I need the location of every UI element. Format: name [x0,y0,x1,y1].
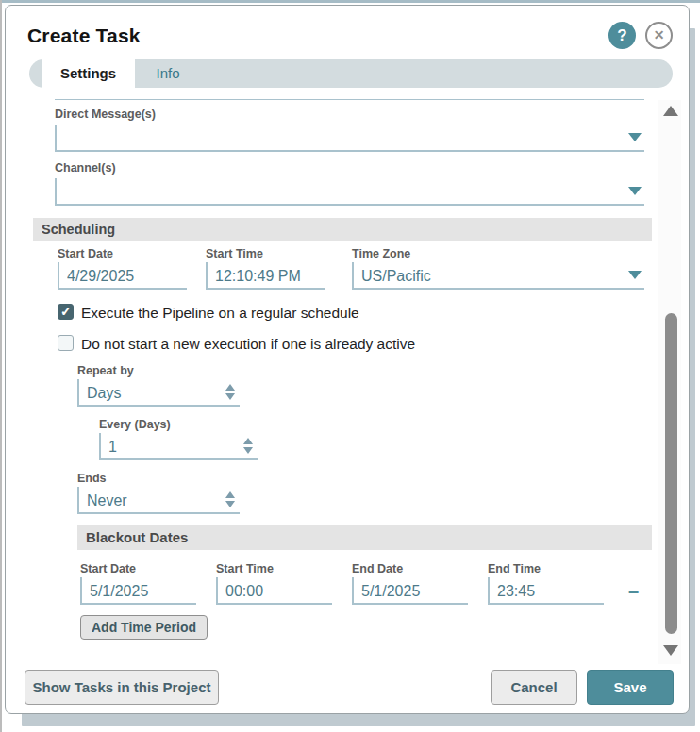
repeat-by-select[interactable] [77,379,240,407]
time-zone-select[interactable] [352,262,644,290]
page-left-edge [0,0,2,732]
cancel-button[interactable]: Cancel [491,670,577,705]
start-date-label: Start Date [58,247,113,260]
help-icon[interactable]: ? [608,22,636,49]
spinner-down-icon[interactable] [243,447,253,454]
add-time-period-button[interactable]: Add Time Period [80,615,208,640]
channels-dropdown-arrow-icon[interactable] [628,187,642,195]
dialog-title: Create Task [27,25,141,47]
spinner-up-icon[interactable] [225,384,235,391]
blackout-end-time-input[interactable] [488,577,604,605]
blackout-start-date-input[interactable] [80,577,196,605]
start-time-input[interactable] [206,262,325,290]
create-task-dialog: Create Task ? ✕ Settings Info Direct Mes… [5,5,690,714]
close-icon[interactable]: ✕ [645,22,673,49]
scrollbar-down-icon[interactable] [663,645,678,656]
tab-settings[interactable]: Settings [42,59,135,88]
ends-spinner[interactable] [225,491,236,507]
direct-messages-dropdown-arrow-icon[interactable] [628,133,642,141]
execute-schedule-checkbox[interactable] [58,304,74,320]
blackout-start-time-label: Start Time [216,562,274,575]
time-zone-dropdown-arrow-icon[interactable] [628,271,642,279]
start-time-label: Start Time [206,247,263,260]
scroll-divider [55,99,644,100]
remove-time-period-icon[interactable]: – [628,581,639,600]
save-button[interactable]: Save [587,670,674,705]
spinner-up-icon[interactable] [225,491,235,498]
page-top-edge [0,0,700,3]
no-concurrent-checkbox[interactable] [58,335,74,351]
scrollbar-thumb[interactable] [665,313,677,634]
repeat-by-label: Repeat by [77,364,134,377]
blackout-end-date-input[interactable] [352,577,468,605]
channels-select[interactable] [55,178,644,206]
repeat-by-spinner[interactable] [225,384,236,400]
blackout-start-date-label: Start Date [80,562,136,575]
scheduling-section-header: Scheduling [33,218,652,241]
every-days-input[interactable] [99,433,258,460]
no-concurrent-label: Do not start a new execution if one is a… [81,336,415,353]
every-days-spinner[interactable] [242,438,254,454]
blackout-start-time-input[interactable] [216,577,332,605]
tab-strip: Settings Info [29,59,673,88]
spinner-down-icon[interactable] [225,393,235,400]
direct-messages-label: Direct Message(s) [55,108,156,121]
show-tasks-button[interactable]: Show Tasks in this Project [25,670,219,705]
spinner-down-icon[interactable] [225,501,235,507]
ends-label: Ends [77,472,107,485]
spinner-up-icon[interactable] [243,438,253,444]
blackout-end-time-label: End Time [488,562,541,575]
channels-label: Channel(s) [55,161,116,175]
every-days-label: Every (Days) [99,418,171,431]
ends-select[interactable] [77,487,240,514]
tab-info[interactable]: Info [135,59,201,88]
start-date-input[interactable] [58,262,187,290]
time-zone-label: Time Zone [352,247,410,260]
scrollbar-up-icon[interactable] [663,106,678,116]
blackout-end-date-label: End Date [352,562,403,575]
direct-messages-select[interactable] [55,125,644,152]
blackout-dates-section-header: Blackout Dates [77,525,652,550]
execute-schedule-label: Execute the Pipeline on a regular schedu… [81,305,359,322]
